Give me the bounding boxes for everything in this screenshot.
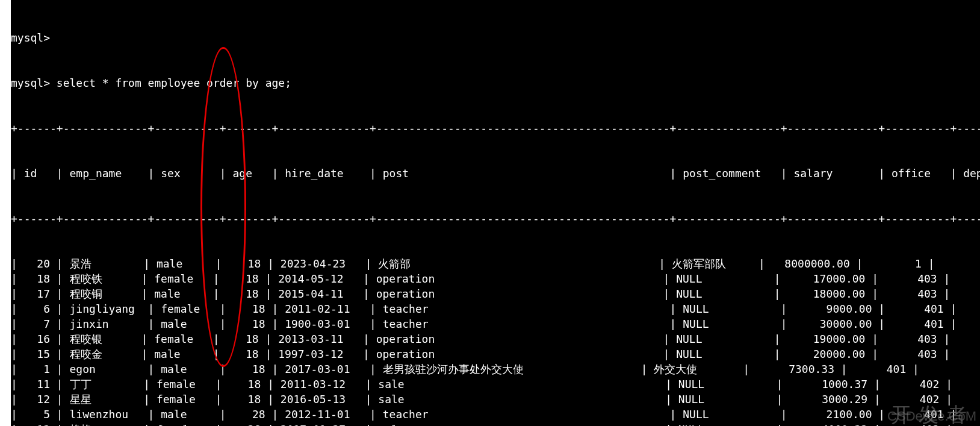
prompt-line-empty: mysql> — [11, 30, 978, 45]
table-row: | 7 | jinxin | male | 18 | 1900-03-01 | … — [11, 316, 978, 331]
table-row: | 17 | 程咬铜 | male | 18 | 2015-04-11 | op… — [11, 286, 978, 301]
table-header-row: | id | emp_name | sex | age | hire_date … — [11, 166, 978, 181]
table-row: | 18 | 程咬铁 | female | 18 | 2014-05-12 | … — [11, 271, 978, 286]
table-row: | 11 | 丁丁 | female | 18 | 2011-03-12 | s… — [11, 377, 978, 392]
table-row: | 13 | 格格 | female | 28 | 2017-01-27 | s… — [11, 422, 978, 426]
table-row: | 5 | liwenzhou | male | 28 | 2012-11-01… — [11, 407, 978, 422]
table-row: | 16 | 程咬银 | female | 18 | 2013-03-11 | … — [11, 331, 978, 346]
table-border-mid: +------+-------------+----------+-------… — [11, 211, 978, 226]
table-row: | 15 | 程咬金 | male | 18 | 1997-03-12 | op… — [11, 346, 978, 362]
table-body: | 20 | 景浩 | male | 18 | 2023-04-23 | 火箭部… — [11, 256, 978, 426]
table-row: | 12 | 星星 | female | 18 | 2016-05-13 | s… — [11, 392, 978, 407]
terminal-window[interactable]: mysql> mysql> select * from employee ord… — [11, 0, 980, 426]
table-row: | 6 | jingliyang | female | 18 | 2011-02… — [11, 301, 978, 316]
table-row: | 1 | egon | male | 18 | 2017-03-01 | 老男… — [11, 362, 978, 377]
table-border-top: +------+-------------+----------+-------… — [11, 121, 978, 136]
table-row: | 20 | 景浩 | male | 18 | 2023-04-23 | 火箭部… — [11, 256, 978, 271]
prompt-query-line: mysql> select * from employee order by a… — [11, 75, 978, 90]
